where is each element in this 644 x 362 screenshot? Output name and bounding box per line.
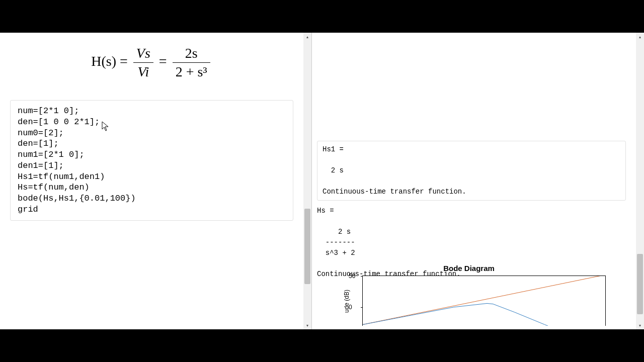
code-line: num0=[2]; bbox=[18, 128, 64, 138]
chart-title: Bode Diagram bbox=[332, 264, 606, 273]
equation-frac1: Vs Vi bbox=[133, 45, 153, 80]
frac1-num: Vs bbox=[136, 45, 150, 61]
chart-lines bbox=[363, 276, 605, 326]
code-line: den=[1]; bbox=[18, 139, 59, 148]
code-line: Hs=tf(num,den) bbox=[18, 183, 90, 192]
code-line: num=[2*1 0]; bbox=[18, 106, 79, 116]
equation-frac2: 2s 2 + s³ bbox=[173, 45, 210, 80]
frac1-den: Vi bbox=[137, 64, 149, 79]
code-line: num1=[2*1 0]; bbox=[18, 150, 85, 159]
left-pane: H(s) = Vs Vi = 2s 2 + s³ num=[2*1 0]; de… bbox=[0, 33, 312, 329]
frac2-den: 2 + s³ bbox=[173, 63, 210, 80]
code-line: grid bbox=[18, 205, 38, 214]
bode-chart: Bode Diagram ude (dB) 50 0 bbox=[332, 264, 606, 329]
transfer-function-equation: H(s) = Vs Vi = 2s 2 + s³ bbox=[0, 45, 303, 80]
scroll-up-icon[interactable]: ▴ bbox=[636, 33, 644, 41]
code-line: bode(Hs,Hs1,{0.01,100}) bbox=[18, 194, 136, 203]
letterbox-top bbox=[0, 0, 644, 33]
code-line: Hs1=tf(num1,den1) bbox=[18, 172, 105, 182]
right-scrollbar[interactable]: ▴ ▾ bbox=[636, 33, 644, 329]
left-scrollbar[interactable]: ▴ ▾ bbox=[303, 33, 311, 329]
code-line: den=[1 0 0 2*1]; bbox=[18, 117, 100, 127]
code-editor[interactable]: num=[2*1 0]; den=[1 0 0 2*1]; num0=[2]; … bbox=[10, 100, 293, 221]
equation-lhs: H(s) bbox=[91, 53, 116, 69]
right-pane: Hs1 = 2 s Continuous-time transfer funct… bbox=[312, 33, 644, 329]
ytick-50: 50 bbox=[349, 273, 355, 280]
right-scroll-area: Hs1 = 2 s Continuous-time transfer funct… bbox=[312, 33, 636, 329]
scroll-down-icon[interactable]: ▾ bbox=[303, 321, 311, 329]
letterbox-bottom bbox=[0, 329, 644, 362]
frac2-num: 2s bbox=[173, 45, 210, 63]
code-line: den1=[1]; bbox=[18, 161, 64, 170]
main-content: H(s) = Vs Vi = 2s 2 + s³ num=[2*1 0]; de… bbox=[0, 33, 644, 329]
chart-plot-area: ude (dB) 50 0 bbox=[362, 276, 606, 326]
ytick-0: 0 bbox=[349, 304, 352, 311]
left-scroll-thumb[interactable] bbox=[304, 209, 310, 284]
scroll-down-icon[interactable]: ▾ bbox=[636, 321, 644, 329]
right-scroll-thumb[interactable] bbox=[637, 254, 643, 314]
scroll-up-icon[interactable]: ▴ bbox=[303, 33, 311, 41]
output-block-hs1: Hs1 = 2 s Continuous-time transfer funct… bbox=[317, 141, 626, 201]
left-scroll-area: H(s) = Vs Vi = 2s 2 + s³ num=[2*1 0]; de… bbox=[0, 33, 303, 329]
